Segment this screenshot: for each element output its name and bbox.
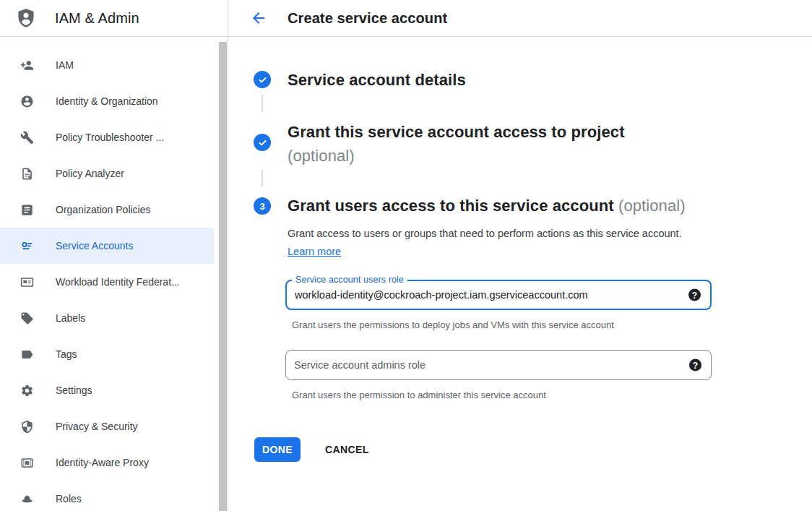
step2-title-text: Grant this service account access to pro… — [288, 123, 625, 141]
main-header: Create service account — [228, 0, 812, 37]
sidebar-item-label: Identity & Organization — [56, 95, 158, 107]
sidebar-item-identity-organization[interactable]: Identity & Organization — [0, 83, 214, 119]
sidebar-scrollbar[interactable] — [219, 42, 227, 511]
users-role-help-icon[interactable]: ? — [688, 289, 701, 301]
sidebar-item-label: Service Accounts — [56, 240, 133, 252]
sidebar: IAM & Admin IAM Identity & Organization … — [0, 0, 228, 511]
roles-hat-icon — [20, 492, 34, 506]
users-role-input[interactable] — [287, 281, 710, 309]
sidebar-item-iam[interactable]: IAM — [0, 47, 214, 83]
sidebar-item-label: Privacy & Security — [56, 421, 138, 432]
account-circle-icon — [20, 95, 34, 108]
step-connector — [262, 95, 263, 111]
iam-admin-console: IAM & Admin IAM Identity & Organization … — [0, 0, 812, 511]
done-button[interactable]: DONE — [254, 437, 301, 462]
sidebar-item-privacy-security[interactable]: Privacy & Security — [0, 408, 214, 445]
sidebar-item-label: Tags — [56, 348, 77, 360]
step1-completed-check-icon — [254, 71, 271, 88]
step2-optional-label: (optional) — [288, 147, 355, 165]
step2-completed-check-icon — [254, 134, 271, 151]
proxy-icon — [20, 456, 34, 470]
step3-optional-label: (optional) — [618, 197, 686, 215]
sidebar-item-label: Settings — [56, 385, 92, 396]
service-account-admins-role-field: ? — [285, 350, 712, 380]
sidebar-item-label: Policy Troubleshooter ... — [56, 132, 164, 143]
arrow-back-icon — [250, 9, 267, 27]
tag-icon — [20, 348, 34, 361]
description-text: Grant access to users or groups that nee… — [288, 228, 682, 239]
label-icon — [20, 312, 34, 325]
admins-role-helper-text: Grant users the permission to administer… — [292, 390, 546, 400]
users-role-helper-text: Grant users the permissions to deploy jo… — [292, 319, 614, 330]
admins-role-help-icon[interactable]: ? — [689, 359, 701, 372]
sidebar-header: IAM & Admin — [0, 0, 228, 37]
iam-admin-shield-icon — [16, 8, 36, 28]
step2-title: Grant this service account access to pro… — [288, 120, 692, 168]
sidebar-item-roles[interactable]: Roles — [0, 481, 214, 511]
sidebar-item-service-accounts[interactable]: Service Accounts — [0, 228, 214, 264]
sidebar-item-label: Workload Identity Federat... — [56, 276, 180, 288]
article-icon — [20, 203, 34, 217]
sidebar-item-tags[interactable]: Tags — [0, 336, 214, 372]
shield-icon — [20, 420, 34, 434]
product-title: IAM & Admin — [55, 10, 139, 27]
sidebar-item-label: Labels — [56, 312, 85, 324]
sidebar-item-label: Roles — [56, 493, 82, 504]
sidebar-item-label: Organization Policies — [56, 204, 151, 215]
cancel-button[interactable]: CANCEL — [321, 437, 373, 462]
create-service-account-form: Service account details Grant this servi… — [228, 37, 812, 511]
sidebar-item-workload-identity-federation[interactable]: Workload Identity Federat... — [0, 264, 214, 300]
step1-title: Service account details — [288, 71, 466, 90]
service-account-icon — [20, 239, 34, 253]
step3-number-badge: 3 — [254, 197, 271, 215]
main-panel: Create service account Service account d… — [228, 0, 812, 511]
sidebar-item-identity-aware-proxy[interactable]: Identity-Aware Proxy — [0, 445, 214, 481]
sidebar-item-policy-troubleshooter[interactable]: Policy Troubleshooter ... — [0, 119, 214, 155]
gear-icon — [20, 384, 34, 398]
sidebar-nav: IAM Identity & Organization Policy Troub… — [0, 47, 214, 511]
service-account-users-role-field: Service account users role ? — [285, 280, 712, 310]
wrench-icon — [20, 131, 34, 145]
sidebar-item-organization-policies[interactable]: Organization Policies — [0, 192, 214, 228]
sidebar-item-settings[interactable]: Settings — [0, 372, 214, 408]
step3-title: Grant users access to this service accou… — [288, 195, 686, 217]
person-add-icon — [20, 59, 34, 72]
check-icon — [257, 74, 268, 85]
check-icon — [257, 137, 268, 148]
sidebar-item-labels[interactable]: Labels — [0, 300, 214, 336]
sidebar-item-policy-analyzer[interactable]: Policy Analyzer — [0, 155, 214, 192]
badge-icon — [20, 275, 34, 289]
sidebar-item-label: Policy Analyzer — [56, 168, 124, 179]
step3-description: Grant access to users or groups that nee… — [288, 225, 694, 261]
learn-more-link[interactable]: Learn more — [288, 246, 341, 257]
sidebar-item-label: Identity-Aware Proxy — [56, 457, 149, 468]
page-title: Create service account — [288, 10, 447, 27]
sidebar-item-label: IAM — [56, 59, 74, 71]
admins-role-input[interactable] — [286, 351, 711, 379]
users-role-label: Service account users role — [292, 275, 407, 285]
step3-title-text: Grant users access to this service accou… — [288, 197, 614, 215]
step-connector — [262, 170, 263, 186]
step3-number: 3 — [259, 201, 264, 212]
policy-analyzer-icon — [20, 167, 34, 181]
back-button[interactable] — [250, 9, 267, 27]
